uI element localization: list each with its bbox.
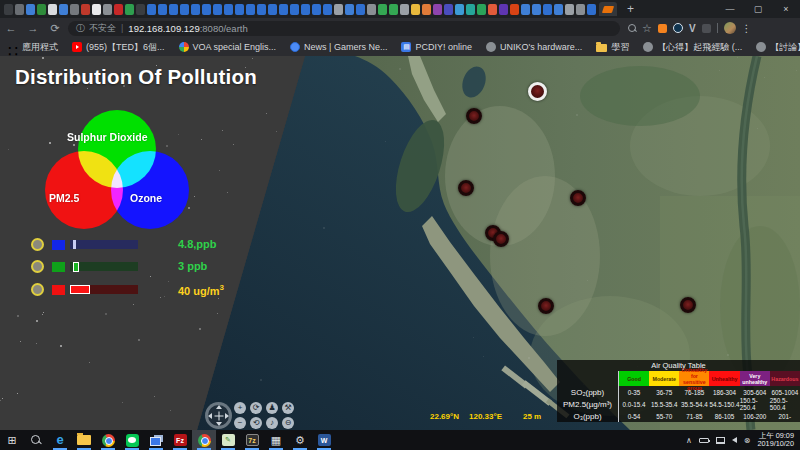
extension-v-icon[interactable]: V [689, 23, 696, 34]
cesium-viewport[interactable]: Distribution Of Pollution Sulphur Dioxid… [0, 56, 800, 430]
pollution-site-marker[interactable] [528, 82, 547, 101]
browser-tab[interactable] [510, 4, 519, 15]
browser-tab[interactable] [125, 4, 134, 15]
browser-tab[interactable] [345, 4, 354, 15]
browser-tab[interactable] [367, 4, 376, 15]
sound-button[interactable]: ♪ [266, 417, 278, 429]
notification-icon[interactable]: ⊗ [744, 436, 751, 445]
profile-avatar[interactable] [724, 22, 736, 34]
browser-tab[interactable] [587, 4, 596, 15]
browser-tab[interactable] [576, 4, 585, 15]
compass-control[interactable] [205, 402, 232, 429]
orbit-right-button[interactable]: ⟳ [250, 402, 262, 414]
tools-button[interactable]: ⚒ [282, 402, 294, 414]
new-tab-button[interactable]: + [627, 3, 634, 15]
browser-tab[interactable] [389, 4, 398, 15]
browser-tab[interactable] [543, 4, 552, 15]
browser-tab[interactable] [323, 4, 332, 15]
pollution-site-marker[interactable] [570, 190, 586, 206]
zoom-in-button[interactable]: + [234, 402, 246, 414]
collapse-button[interactable]: ⊖ [282, 417, 294, 429]
extension-orange-icon[interactable] [658, 24, 667, 33]
taskbar-notepadpp-button[interactable]: ✎ [216, 430, 240, 450]
bookmark-item[interactable]: 【討論】找到適合... [756, 41, 800, 54]
person-view-button[interactable]: ♟ [266, 402, 278, 414]
zoom-out-button[interactable]: − [234, 417, 246, 429]
browser-tab[interactable] [257, 4, 266, 15]
taskbar-word-button[interactable]: W [312, 430, 336, 450]
browser-tab[interactable] [488, 4, 497, 15]
browser-tab[interactable] [532, 4, 541, 15]
extension-1password-icon[interactable] [673, 23, 683, 33]
bookmark-item[interactable]: VOA special Englis... [179, 42, 277, 52]
slider-thumb[interactable] [73, 262, 79, 272]
browser-tab[interactable] [114, 4, 123, 15]
browser-tab[interactable] [279, 4, 288, 15]
address-bar[interactable]: ⓘ 不安全 | 192.168.109.129 :8080/earth [68, 21, 620, 36]
browser-tab[interactable] [356, 4, 365, 15]
browser-tab[interactable] [455, 4, 464, 15]
browser-tab[interactable] [180, 4, 189, 15]
close-button[interactable]: × [772, 0, 800, 18]
browser-tab[interactable] [521, 4, 530, 15]
browser-tab[interactable] [147, 4, 156, 15]
slider-track[interactable] [70, 285, 138, 294]
menu-icon[interactable]: ⋮ [742, 23, 752, 34]
browser-tab[interactable] [103, 4, 112, 15]
browser-tab[interactable] [235, 4, 244, 15]
browser-tab[interactable] [59, 4, 68, 15]
slider-toggle-button[interactable] [31, 260, 44, 273]
browser-tab[interactable] [191, 4, 200, 15]
pan-up-arrow-icon[interactable] [216, 405, 222, 409]
battery-icon[interactable] [699, 438, 709, 443]
browser-tab[interactable] [444, 4, 453, 15]
back-button[interactable]: ← [0, 22, 22, 34]
bookmark-item[interactable]: (955)【TED】6個... [72, 41, 165, 54]
taskbar-edge-button[interactable]: e [48, 430, 72, 450]
pan-right-arrow-icon[interactable] [225, 413, 229, 419]
volume-icon[interactable] [732, 437, 737, 443]
taskbar-filezilla-button[interactable]: Fz [168, 430, 192, 450]
browser-tab[interactable] [213, 4, 222, 15]
browser-tab[interactable] [477, 4, 486, 15]
bookmark-item[interactable]: 【心得】起飛經驗 (... [643, 41, 742, 54]
browser-tab[interactable] [334, 4, 343, 15]
taskbar-explorer-button[interactable] [72, 430, 96, 450]
taskbar-clock[interactable]: 上午 09:09 2019/10/20 [757, 432, 794, 449]
tray-chevron-icon[interactable]: ∧ [686, 436, 692, 445]
maximize-button[interactable]: ▢ [744, 0, 772, 18]
browser-tab[interactable] [499, 4, 508, 15]
browser-tab[interactable] [422, 4, 431, 15]
taskbar-settings-button[interactable]: ⚙ [288, 430, 312, 450]
taskbar-start-button[interactable]: ⊞ [0, 430, 24, 450]
taskbar-calculator-button[interactable]: ▦ [264, 430, 288, 450]
browser-tab[interactable] [70, 4, 79, 15]
slider-track[interactable] [70, 262, 138, 271]
browser-tab[interactable] [268, 4, 277, 15]
browser-tab[interactable] [136, 4, 145, 15]
pan-down-arrow-icon[interactable] [216, 422, 222, 426]
pollution-site-marker[interactable] [538, 298, 554, 314]
browser-tab[interactable] [554, 4, 563, 15]
taskbar-sevenzip-button[interactable]: 7z [240, 430, 264, 450]
browser-tab[interactable] [48, 4, 57, 15]
browser-tab[interactable] [37, 4, 46, 15]
browser-tab[interactable] [290, 4, 299, 15]
taskbar-chrome-button[interactable] [96, 430, 120, 450]
bookmark-item[interactable]: 學習 [596, 41, 629, 54]
forward-button[interactable]: → [22, 22, 44, 34]
browser-tab[interactable] [400, 4, 409, 15]
active-tab[interactable] [599, 2, 617, 16]
pollution-site-marker[interactable] [680, 297, 696, 313]
slider-track[interactable] [70, 240, 138, 249]
pollution-site-marker[interactable] [458, 180, 474, 196]
bookmark-item[interactable]: ∷應用程式 [8, 41, 58, 54]
browser-tab[interactable] [312, 4, 321, 15]
zoom-indicator-icon[interactable] [628, 24, 636, 32]
browser-tab[interactable] [15, 4, 24, 15]
browser-tab[interactable] [224, 4, 233, 15]
taskbar-search-button[interactable] [24, 430, 48, 450]
bookmark-item[interactable]: ▤PCDIY! online [401, 42, 472, 52]
pan-left-arrow-icon[interactable] [208, 413, 212, 419]
taskbar-chrome-active-button[interactable] [192, 430, 216, 450]
